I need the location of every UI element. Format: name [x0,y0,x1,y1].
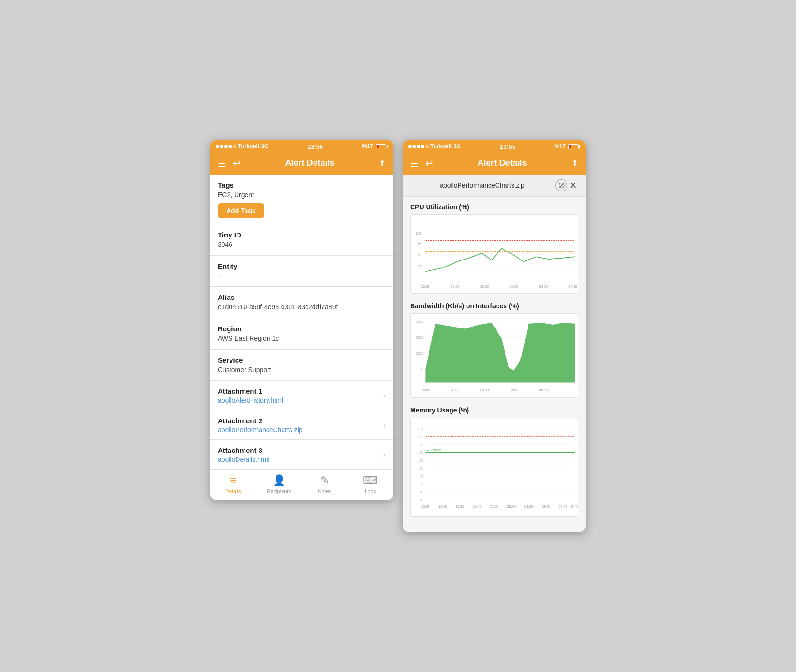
mem-x-1900: 19:00 [473,504,481,509]
entity-label: Entity [218,262,386,270]
bw-y-5000: 5000 [416,336,423,340]
time-label-right: 13:56 [500,143,515,150]
tab-details-label: Details [225,489,241,494]
memory-chart-svg: 100 90 80 70 60 50 40 30 20 10 [411,418,578,516]
mem-x-2300: 23:00 [507,504,515,509]
mem-y-50: 50 [420,466,423,471]
status-right-right: %17 [554,143,580,150]
status-right: %17 [362,143,388,150]
attachment-2-link: apolloPerformanceCharts.zip [218,426,303,434]
left-screen: Turkcell 3G 13:56 %17 ☰ ↩ Alert Details [210,140,393,500]
mem-y-60: 60 [420,458,423,463]
nav-bar-right: ☰ ↩ Alert Details ⬆ [403,153,586,175]
alias-section: Alias e1d04510-a59f-4e93-b301-83c2ddf7a8… [210,287,393,318]
hamburger-icon[interactable]: ☰ [218,158,226,169]
battery-percent: %17 [362,143,373,150]
battery-tip-right [579,145,580,148]
tab-logs[interactable]: ⌨ Logs [348,474,394,494]
close-icon[interactable]: ✕ [567,180,579,191]
chevron-right-icon-2: › [383,421,386,429]
signal-dot-4 [229,145,232,148]
tab-notes[interactable]: ✎ Notes [302,474,348,494]
right-screen: Turkcell 3G 13:56 %17 ☰ ↩ Alert Details [403,140,586,532]
tags-section: Tags EC2, Urgent Add Tags [210,175,393,225]
bandwidth-chart-svg: 7500 5000 2500 0 16:00 20:00 00:00 04:00… [411,314,578,397]
attachment-2-row[interactable]: Attachment 2 apolloPerformanceCharts.zip… [210,410,393,440]
share-icon[interactable]: ⬆ [379,158,386,168]
memory-chart-title: Memory Usage (%) [410,406,578,414]
bandwidth-chart-container: 7500 5000 2500 0 16:00 20:00 00:00 04:00… [410,313,578,398]
signal-dots [216,145,236,148]
entity-section: Entity - [210,256,393,287]
back-icon[interactable]: ↩ [233,158,241,169]
attachment-2-content: Attachment 2 apolloPerformanceCharts.zip [218,417,303,434]
mem-x-0700: 07:00 [571,504,578,509]
compass-icon[interactable]: ⊘ [555,179,567,191]
nav-left: ☰ ↩ [218,158,241,169]
attachment-header-bar: apolloPerformanceCharts.zip ⊘ ✕ [403,175,586,197]
mem-y-10: 10 [420,498,423,502]
content-left: Tags EC2, Urgent Add Tags Tiny ID 3046 E… [210,175,393,470]
bw-y-7500: 7500 [416,320,423,324]
signal-dots-right [408,145,429,148]
mem-y-100: 100 [418,427,423,431]
cpu-chart-section: CPU Utilization (%) 100 [410,203,578,294]
attachment-3-label: Attachment 3 [218,446,270,454]
share-icon-right[interactable]: ⬆ [571,158,578,168]
battery-tip [387,145,388,148]
region-value: AWS East Region 1c [218,334,386,344]
mem-x-0300: 03:00 [542,504,550,509]
battery-icon [376,144,388,149]
y-label-75: 75 [418,242,421,246]
add-tags-button[interactable]: Add Tags [218,203,264,218]
charts-content: CPU Utilization (%) 100 [403,197,586,532]
mem-chart-bg [425,420,575,502]
tab-recipients-label: Recipients [267,489,291,494]
mem-x-0500: 05:00 [559,504,567,509]
x-label-0400: 04:00 [539,284,548,288]
status-left-right: Turkcell 3G [408,143,461,150]
signal-dot-r2 [413,145,416,148]
alias-label: Alias [218,293,386,301]
mem-x-0100: 01:00 [524,504,533,509]
bw-x-0800: 08:00 [539,388,548,392]
x-label-1600: 16:00 [451,284,459,288]
signal-dot-5 [233,145,236,148]
status-left: Turkcell 3G [216,143,268,150]
tags-value: EC2, Urgent [218,191,386,200]
signal-dot-r3 [417,145,420,148]
hamburger-icon-right[interactable]: ☰ [410,158,419,169]
bw-x-0000: 00:00 [480,388,489,392]
nav-title-left: Alert Details [241,158,379,168]
bandwidth-chart-title: Bandwidth (Kb/s) on Interfaces (%) [410,302,578,310]
battery-fill [377,145,379,148]
x-label-0000: 00:00 [510,284,518,288]
signal-dot-1 [216,145,219,148]
network-label-right: 3G [453,143,461,150]
attachment-1-row[interactable]: Attachment 1 apolloAlertHistory.html › [210,381,393,410]
mem-x-2100: 21:00 [490,504,498,509]
tab-details[interactable]: ≡ Details [210,474,256,494]
attachment-1-link: apolloAlertHistory.html [218,397,283,404]
attachment-1-label: Attachment 1 [218,387,283,395]
battery-icon-right [568,144,580,149]
screens-container: Turkcell 3G 13:56 %17 ☰ ↩ Alert Details [210,140,586,532]
status-bar-right: Turkcell 3G 13:56 %17 [403,140,586,153]
attachment-filename: apolloPerformanceCharts.zip [409,182,555,189]
x-label-0800: 08:00 [568,284,577,288]
battery-percent-right: %17 [554,143,566,150]
attachment-3-content: Attachment 3 apolloDetails.html [218,446,270,463]
recipients-icon: 👤 [273,474,285,487]
tab-recipients[interactable]: 👤 Recipients [256,474,302,494]
mem-y-90: 90 [420,435,423,439]
signal-dot-2 [220,145,223,148]
bw-y-2500: 2500 [416,351,423,356]
mem-y-30: 30 [420,482,423,486]
service-section: Service Customer Support [210,350,393,381]
tiny-id-section: Tiny ID 3046 [210,224,393,256]
carrier-label: Turkcell [238,143,259,150]
attachment-3-row[interactable]: Attachment 3 apolloDetails.html › [210,440,393,469]
back-icon-right[interactable]: ↩ [425,158,433,169]
carrier-label-right: Turkcell [430,143,452,150]
notes-icon: ✎ [321,474,329,487]
